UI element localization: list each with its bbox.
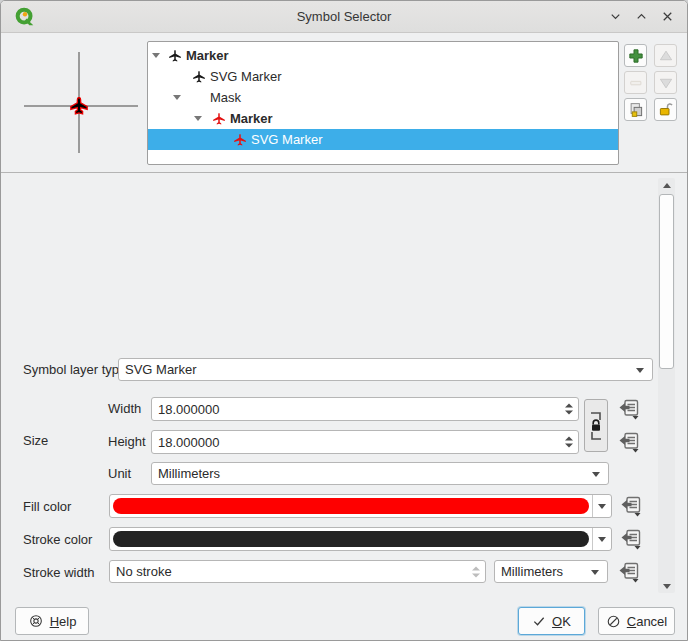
duplicate-icon <box>627 101 645 119</box>
expander-icon[interactable] <box>152 53 160 58</box>
stroke-width-input[interactable]: No stroke <box>109 560 486 583</box>
data-override-icon <box>617 430 641 454</box>
scroll-up-button[interactable] <box>658 178 675 192</box>
triangle-down-icon <box>657 74 675 92</box>
tree-row-label: SVG Marker <box>210 69 282 84</box>
height-data-override-button[interactable] <box>615 430 643 454</box>
symbol-layer-tree: Marker SVG Marker Mask Marker SVG Marker <box>147 41 619 165</box>
help-button[interactable]: Help <box>15 607 89 635</box>
stroke-width-data-override-button[interactable] <box>615 560 643 584</box>
tree-row-label: SVG Marker <box>251 132 323 147</box>
titlebar[interactable]: Symbol Selector <box>1 1 687 33</box>
chevron-down-icon <box>592 472 600 477</box>
ok-button[interactable]: OK <box>518 607 585 635</box>
stroke-color-data-override-button[interactable] <box>617 527 645 551</box>
height-label: Height <box>108 434 146 449</box>
width-input[interactable]: 18.000000 <box>151 397 579 421</box>
scroll-down-button[interactable] <box>658 579 675 593</box>
minus-icon <box>627 74 645 92</box>
cancel-button[interactable]: Cancel <box>598 607 675 635</box>
plane-black-icon <box>192 70 206 84</box>
tree-row-label: Marker <box>186 48 229 63</box>
fill-color-swatch <box>113 498 589 514</box>
size-label: Size <box>23 433 48 448</box>
stroke-color-swatch <box>113 531 589 547</box>
size-unit-select[interactable]: Millimeters <box>151 462 609 485</box>
properties-panel: Symbol layer type SVG Marker Size Width … <box>1 173 657 594</box>
plus-icon <box>627 47 645 65</box>
stroke-color-dropdown[interactable] <box>592 528 611 550</box>
data-override-icon <box>619 527 643 551</box>
data-override-icon <box>617 397 641 421</box>
height-input[interactable]: 18.000000 <box>151 430 579 454</box>
spinner-arrows[interactable] <box>472 566 480 577</box>
scrollbar-thumb[interactable] <box>659 194 674 369</box>
duplicate-layer-button[interactable] <box>624 98 647 121</box>
window-title: Symbol Selector <box>1 9 687 24</box>
tree-row-marker[interactable]: Marker <box>148 45 618 66</box>
symbol-layer-type-select[interactable]: SVG Marker <box>118 358 653 381</box>
width-data-override-button[interactable] <box>615 397 643 421</box>
fill-color-dropdown[interactable] <box>592 495 611 517</box>
chevron-down-icon <box>636 368 644 373</box>
stroke-color-button[interactable] <box>109 527 612 551</box>
tree-row-mask-marker[interactable]: Marker <box>148 108 618 129</box>
preview-plane-icon <box>70 97 88 115</box>
symbol-selector-dialog: Symbol Selector Marker SVG <box>0 0 688 641</box>
chevron-down-icon <box>598 537 606 542</box>
help-icon <box>28 613 44 629</box>
move-layer-up-button[interactable] <box>654 44 677 67</box>
add-symbol-layer-button[interactable] <box>624 44 647 67</box>
data-override-icon <box>617 560 641 584</box>
lock-layer-color-button[interactable] <box>654 98 677 121</box>
symbol-preview <box>19 43 139 165</box>
spinner-arrows[interactable] <box>565 404 573 415</box>
window-shade-button[interactable] <box>608 9 623 24</box>
remove-symbol-layer-button[interactable] <box>624 71 647 94</box>
unit-label: Unit <box>108 466 131 481</box>
window-maximize-button[interactable] <box>634 9 649 24</box>
spinner-arrows[interactable] <box>565 437 573 448</box>
open-padlock-icon <box>657 101 675 119</box>
chevron-down-icon <box>598 504 606 509</box>
checkmark-icon <box>532 614 546 628</box>
move-layer-down-button[interactable] <box>654 71 677 94</box>
tree-row-label: Mask <box>210 90 241 105</box>
fill-color-button[interactable] <box>109 494 612 518</box>
symbol-layer-type-label: Symbol layer type <box>23 362 126 377</box>
expander-icon[interactable] <box>173 95 181 100</box>
fill-color-label: Fill color <box>23 499 71 514</box>
plane-black-icon <box>168 49 182 63</box>
expander-icon[interactable] <box>194 116 202 121</box>
plane-red-icon <box>212 112 226 126</box>
tree-row-mask-svg-marker-selected[interactable]: SVG Marker <box>148 129 618 150</box>
data-override-icon <box>619 494 643 518</box>
tree-row-svg-marker[interactable]: SVG Marker <box>148 66 618 87</box>
stroke-color-label: Stroke color <box>23 532 92 547</box>
plane-red-icon <box>233 133 247 147</box>
qgis-logo-icon <box>14 6 36 31</box>
aspect-lock-icon <box>586 403 606 449</box>
lock-aspect-ratio-button[interactable] <box>584 399 608 452</box>
no-entry-icon <box>606 614 621 629</box>
fill-color-data-override-button[interactable] <box>617 494 645 518</box>
window-close-button[interactable] <box>660 9 675 24</box>
stroke-width-label: Stroke width <box>23 565 95 580</box>
stroke-width-unit-select[interactable]: Millimeters <box>494 560 608 583</box>
triangle-up-icon <box>657 47 675 65</box>
tree-row-label: Marker <box>230 111 273 126</box>
chevron-down-icon <box>591 570 599 575</box>
tree-row-mask[interactable]: Mask <box>148 87 618 108</box>
vertical-scrollbar[interactable] <box>658 178 675 593</box>
width-label: Width <box>108 401 141 416</box>
